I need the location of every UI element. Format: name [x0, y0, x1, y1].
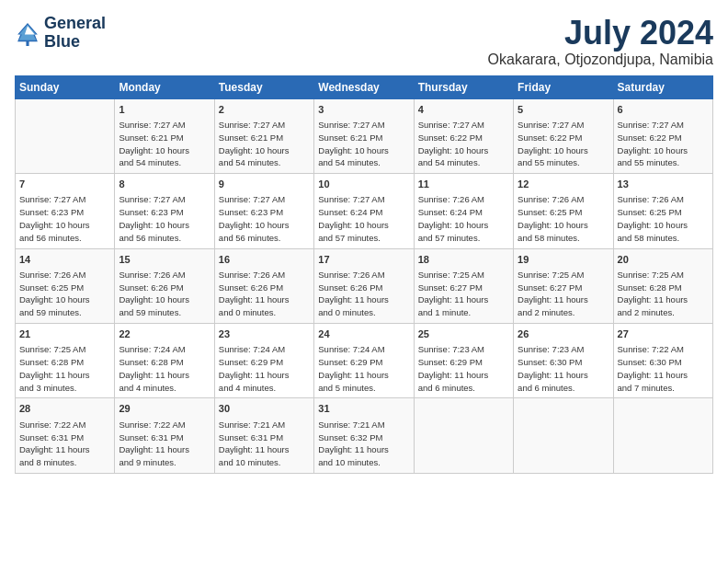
calendar-cell: 8Sunrise: 7:27 AM Sunset: 6:23 PM Daylig… — [115, 174, 214, 248]
day-info: Sunrise: 7:25 AM Sunset: 6:27 PM Dayligh… — [518, 269, 609, 319]
calendar-cell: 11Sunrise: 7:26 AM Sunset: 6:24 PM Dayli… — [414, 174, 513, 248]
calendar-cell — [613, 398, 712, 473]
day-info: Sunrise: 7:26 AM Sunset: 6:26 PM Dayligh… — [119, 269, 210, 319]
location-title: Okakarara, Otjozondjupa, Namibia — [488, 52, 713, 68]
calendar-cell: 9Sunrise: 7:27 AM Sunset: 6:23 PM Daylig… — [214, 174, 313, 248]
day-number: 15 — [119, 253, 210, 267]
day-info: Sunrise: 7:26 AM Sunset: 6:25 PM Dayligh… — [19, 269, 110, 319]
calendar-cell: 17Sunrise: 7:26 AM Sunset: 6:26 PM Dayli… — [314, 248, 414, 323]
calendar-cell: 13Sunrise: 7:26 AM Sunset: 6:25 PM Dayli… — [613, 174, 712, 248]
logo: General Blue — [15, 15, 106, 52]
calendar-cell: 27Sunrise: 7:22 AM Sunset: 6:30 PM Dayli… — [613, 323, 712, 397]
calendar-cell: 26Sunrise: 7:23 AM Sunset: 6:30 PM Dayli… — [514, 323, 613, 397]
day-number: 21 — [19, 327, 110, 341]
day-info: Sunrise: 7:22 AM Sunset: 6:31 PM Dayligh… — [19, 419, 110, 469]
day-number: 23 — [219, 327, 310, 341]
day-info: Sunrise: 7:26 AM Sunset: 6:26 PM Dayligh… — [219, 269, 310, 319]
day-info: Sunrise: 7:27 AM Sunset: 6:22 PM Dayligh… — [618, 119, 709, 169]
day-info: Sunrise: 7:25 AM Sunset: 6:28 PM Dayligh… — [19, 343, 110, 394]
day-number: 12 — [518, 178, 609, 191]
day-number: 6 — [618, 103, 709, 117]
day-number: 30 — [219, 402, 310, 416]
calendar-cell: 14Sunrise: 7:26 AM Sunset: 6:25 PM Dayli… — [16, 248, 115, 323]
day-number: 9 — [219, 178, 310, 191]
day-number: 10 — [318, 178, 409, 191]
day-info: Sunrise: 7:21 AM Sunset: 6:31 PM Dayligh… — [219, 419, 310, 469]
day-number: 13 — [618, 178, 709, 191]
day-info: Sunrise: 7:27 AM Sunset: 6:23 PM Dayligh… — [219, 193, 310, 244]
column-header-monday: Monday — [115, 75, 214, 98]
title-block: July 2024 Okakarara, Otjozondjupa, Namib… — [488, 15, 713, 68]
day-number: 22 — [119, 327, 210, 341]
day-number: 27 — [618, 327, 709, 341]
day-info: Sunrise: 7:24 AM Sunset: 6:29 PM Dayligh… — [219, 343, 310, 394]
page-header: General Blue July 2024 Okakarara, Otjozo… — [15, 15, 713, 68]
day-number: 3 — [318, 103, 409, 117]
calendar-cell: 21Sunrise: 7:25 AM Sunset: 6:28 PM Dayli… — [16, 323, 115, 397]
calendar-table: SundayMondayTuesdayWednesdayThursdayFrid… — [15, 75, 713, 474]
day-number: 17 — [318, 253, 409, 267]
column-header-thursday: Thursday — [414, 75, 513, 98]
day-info: Sunrise: 7:26 AM Sunset: 6:25 PM Dayligh… — [618, 193, 709, 244]
day-number: 20 — [618, 253, 709, 267]
calendar-cell: 22Sunrise: 7:24 AM Sunset: 6:28 PM Dayli… — [115, 323, 214, 397]
calendar-cell: 18Sunrise: 7:25 AM Sunset: 6:27 PM Dayli… — [414, 248, 513, 323]
calendar-cell — [16, 98, 115, 173]
day-info: Sunrise: 7:27 AM Sunset: 6:22 PM Dayligh… — [518, 119, 609, 169]
day-info: Sunrise: 7:27 AM Sunset: 6:21 PM Dayligh… — [318, 119, 409, 169]
day-number: 31 — [318, 402, 409, 416]
calendar-cell: 20Sunrise: 7:25 AM Sunset: 6:28 PM Dayli… — [613, 248, 712, 323]
calendar-cell: 2Sunrise: 7:27 AM Sunset: 6:21 PM Daylig… — [214, 98, 313, 173]
day-number: 19 — [518, 253, 609, 267]
calendar-cell: 12Sunrise: 7:26 AM Sunset: 6:25 PM Dayli… — [514, 174, 613, 248]
day-info: Sunrise: 7:27 AM Sunset: 6:21 PM Dayligh… — [119, 119, 210, 169]
logo-icon — [15, 20, 40, 46]
column-header-saturday: Saturday — [613, 75, 712, 98]
day-number: 7 — [19, 178, 110, 191]
day-number: 29 — [119, 402, 210, 416]
day-info: Sunrise: 7:24 AM Sunset: 6:28 PM Dayligh… — [119, 343, 210, 394]
column-header-tuesday: Tuesday — [214, 75, 313, 98]
calendar-cell: 16Sunrise: 7:26 AM Sunset: 6:26 PM Dayli… — [214, 248, 313, 323]
logo-text: General Blue — [44, 15, 106, 52]
calendar-cell: 6Sunrise: 7:27 AM Sunset: 6:22 PM Daylig… — [613, 98, 712, 173]
day-number: 11 — [418, 178, 509, 191]
calendar-cell: 5Sunrise: 7:27 AM Sunset: 6:22 PM Daylig… — [514, 98, 613, 173]
calendar-cell: 7Sunrise: 7:27 AM Sunset: 6:23 PM Daylig… — [16, 174, 115, 248]
day-info: Sunrise: 7:27 AM Sunset: 6:23 PM Dayligh… — [19, 193, 110, 244]
day-number: 16 — [219, 253, 310, 267]
calendar-cell: 3Sunrise: 7:27 AM Sunset: 6:21 PM Daylig… — [314, 98, 414, 173]
calendar-cell: 4Sunrise: 7:27 AM Sunset: 6:22 PM Daylig… — [414, 98, 513, 173]
column-header-sunday: Sunday — [16, 75, 115, 98]
day-number: 14 — [19, 253, 110, 267]
column-header-wednesday: Wednesday — [314, 75, 414, 98]
day-info: Sunrise: 7:27 AM Sunset: 6:22 PM Dayligh… — [418, 119, 509, 169]
calendar-cell — [514, 398, 613, 473]
day-info: Sunrise: 7:22 AM Sunset: 6:31 PM Dayligh… — [119, 419, 210, 469]
day-info: Sunrise: 7:24 AM Sunset: 6:29 PM Dayligh… — [318, 343, 409, 394]
day-number: 2 — [219, 103, 310, 117]
day-info: Sunrise: 7:23 AM Sunset: 6:29 PM Dayligh… — [418, 343, 509, 394]
calendar-cell: 28Sunrise: 7:22 AM Sunset: 6:31 PM Dayli… — [16, 398, 115, 473]
calendar-cell: 15Sunrise: 7:26 AM Sunset: 6:26 PM Dayli… — [115, 248, 214, 323]
day-info: Sunrise: 7:26 AM Sunset: 6:24 PM Dayligh… — [418, 193, 509, 244]
day-number: 4 — [418, 103, 509, 117]
day-info: Sunrise: 7:26 AM Sunset: 6:26 PM Dayligh… — [318, 269, 409, 319]
day-number: 8 — [119, 178, 210, 191]
day-number: 25 — [418, 327, 509, 341]
calendar-cell: 19Sunrise: 7:25 AM Sunset: 6:27 PM Dayli… — [514, 248, 613, 323]
calendar-cell — [414, 398, 513, 473]
day-number: 24 — [318, 327, 409, 341]
month-title: July 2024 — [488, 15, 713, 52]
day-info: Sunrise: 7:23 AM Sunset: 6:30 PM Dayligh… — [518, 343, 609, 394]
column-header-friday: Friday — [514, 75, 613, 98]
day-info: Sunrise: 7:22 AM Sunset: 6:30 PM Dayligh… — [618, 343, 709, 394]
day-info: Sunrise: 7:27 AM Sunset: 6:23 PM Dayligh… — [119, 193, 210, 244]
day-number: 26 — [518, 327, 609, 341]
calendar-cell: 24Sunrise: 7:24 AM Sunset: 6:29 PM Dayli… — [314, 323, 414, 397]
day-info: Sunrise: 7:26 AM Sunset: 6:25 PM Dayligh… — [518, 193, 609, 244]
day-info: Sunrise: 7:27 AM Sunset: 6:21 PM Dayligh… — [219, 119, 310, 169]
day-number: 1 — [119, 103, 210, 117]
calendar-cell: 30Sunrise: 7:21 AM Sunset: 6:31 PM Dayli… — [214, 398, 313, 473]
day-number: 5 — [518, 103, 609, 117]
